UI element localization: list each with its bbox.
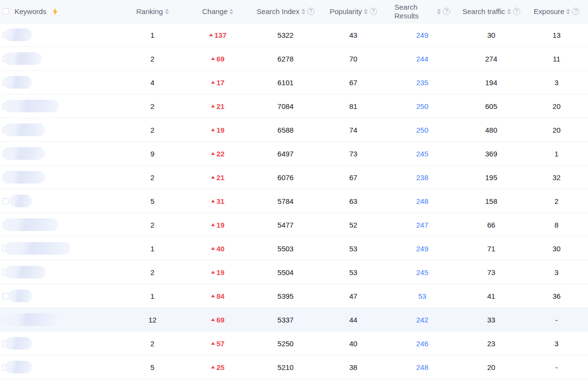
redacted-keyword[interactable] xyxy=(8,290,32,302)
keyword-cell xyxy=(0,142,121,165)
column-header-search-traffic[interactable]: Search traffic ? xyxy=(457,0,525,23)
search-index-cell: 5503 xyxy=(252,237,319,260)
column-header-exposure[interactable]: Exposure ? xyxy=(525,0,588,23)
exposure-cell: - xyxy=(525,308,588,331)
search-results-cell: 238 xyxy=(387,166,457,189)
up-arrow-icon xyxy=(211,128,215,131)
search-traffic-cell: 33 xyxy=(457,308,525,331)
search-traffic-cell: 66 xyxy=(457,213,525,236)
redacted-keyword[interactable] xyxy=(4,313,58,326)
search-results-link[interactable]: 248 xyxy=(416,363,428,371)
sort-icon[interactable] xyxy=(566,9,570,15)
ranking-cell: 9 xyxy=(121,142,184,165)
search-traffic-cell: 194 xyxy=(457,71,525,94)
sort-icon[interactable] xyxy=(165,9,169,15)
table-row: 1 137 5322 43 249 30 13 xyxy=(0,23,588,47)
search-results-link[interactable]: 248 xyxy=(416,197,428,205)
help-icon[interactable]: ? xyxy=(307,8,315,15)
help-icon[interactable]: ? xyxy=(370,8,377,15)
up-arrow-icon xyxy=(211,271,215,274)
column-label-ranking: Ranking xyxy=(136,7,163,15)
search-index-cell: 7084 xyxy=(252,94,319,118)
change-cell: 69 xyxy=(184,47,252,70)
search-index-cell: 6278 xyxy=(252,47,319,70)
popularity-cell: 73 xyxy=(319,142,387,165)
search-results-cell: 245 xyxy=(387,142,457,165)
search-results-link[interactable]: 235 xyxy=(416,78,428,87)
search-results-link[interactable]: 245 xyxy=(416,268,428,276)
sort-icon[interactable] xyxy=(507,9,511,15)
change-cell: 137 xyxy=(184,23,252,46)
sort-icon[interactable] xyxy=(364,9,368,15)
select-all-checkbox[interactable] xyxy=(2,8,9,15)
up-arrow-icon xyxy=(211,294,215,297)
column-header-keywords: Keywords xyxy=(0,0,121,23)
up-arrow-icon xyxy=(211,81,215,84)
exposure-cell: 11 xyxy=(525,47,588,70)
exposure-cell: 20 xyxy=(525,118,588,141)
row-checkbox[interactable] xyxy=(2,198,9,204)
redacted-keyword[interactable] xyxy=(4,76,32,89)
column-header-popularity[interactable]: Popularity ? xyxy=(319,0,387,23)
search-results-link[interactable]: 250 xyxy=(416,126,428,134)
redacted-keyword[interactable] xyxy=(5,266,45,278)
lightning-icon[interactable] xyxy=(52,8,58,15)
keyword-cell xyxy=(0,118,121,141)
search-results-link[interactable]: 249 xyxy=(416,245,428,253)
exposure-cell: - xyxy=(525,355,588,379)
search-index-cell: 5395 xyxy=(252,284,319,307)
search-traffic-cell: 71 xyxy=(457,237,525,260)
exposure-cell: 13 xyxy=(525,23,588,46)
search-results-link[interactable]: 244 xyxy=(416,55,428,63)
redacted-keyword[interactable] xyxy=(10,195,32,207)
ranking-cell: 4 xyxy=(121,71,184,94)
help-icon[interactable]: ? xyxy=(443,8,450,15)
redacted-keyword[interactable] xyxy=(5,242,70,255)
search-index-cell: 6101 xyxy=(252,71,319,94)
redacted-keyword[interactable] xyxy=(2,171,45,184)
search-results-link[interactable]: 250 xyxy=(416,102,428,110)
search-results-cell: 246 xyxy=(387,332,457,355)
search-results-cell: 249 xyxy=(387,23,457,46)
help-icon[interactable]: ? xyxy=(513,8,520,15)
search-results-link[interactable]: 238 xyxy=(416,173,428,182)
search-results-link[interactable]: 247 xyxy=(416,221,428,229)
search-index-cell: 5337 xyxy=(252,308,319,331)
exposure-cell: 8 xyxy=(525,213,588,236)
column-header-search-results[interactable]: Search Results ? xyxy=(387,0,457,23)
search-index-cell: 5250 xyxy=(252,332,319,355)
search-results-link[interactable]: 245 xyxy=(416,150,428,158)
redacted-keyword[interactable] xyxy=(4,123,45,136)
table-row: 2 19 5477 52 247 66 8 xyxy=(0,213,588,237)
search-results-link[interactable]: 53 xyxy=(418,292,426,300)
change-cell: 22 xyxy=(184,142,252,165)
ranking-cell: 2 xyxy=(121,261,184,284)
keyword-cell xyxy=(0,47,121,70)
search-index-cell: 5784 xyxy=(252,189,319,213)
redacted-keyword[interactable] xyxy=(2,147,45,160)
redacted-keyword[interactable] xyxy=(4,52,42,65)
redacted-keyword[interactable] xyxy=(5,337,32,350)
exposure-cell: 30 xyxy=(525,237,588,260)
search-results-link[interactable]: 249 xyxy=(416,31,428,39)
help-icon[interactable]: ? xyxy=(572,8,579,15)
sort-icon[interactable] xyxy=(437,9,441,15)
search-results-link[interactable]: 242 xyxy=(416,316,428,324)
ranking-cell: 2 xyxy=(121,332,184,355)
search-index-cell: 5210 xyxy=(252,355,319,379)
table-row: 2 57 5250 40 246 23 3 xyxy=(0,332,588,355)
popularity-cell: 44 xyxy=(319,308,387,331)
sort-icon[interactable] xyxy=(302,9,305,15)
change-cell: 19 xyxy=(184,213,252,236)
search-results-cell: 247 xyxy=(387,213,457,236)
search-results-link[interactable]: 246 xyxy=(416,339,428,348)
redacted-keyword[interactable] xyxy=(2,218,58,231)
column-header-search-index[interactable]: Search Index ? xyxy=(252,0,319,23)
column-header-ranking[interactable]: Ranking xyxy=(121,0,184,23)
redacted-keyword[interactable] xyxy=(5,361,32,373)
redacted-keyword[interactable] xyxy=(4,29,32,41)
redacted-keyword[interactable] xyxy=(4,100,59,112)
sort-icon[interactable] xyxy=(229,9,233,15)
table-row: 12 69 5337 44 242 33 - xyxy=(0,308,588,332)
column-header-change[interactable]: Change xyxy=(184,0,252,23)
